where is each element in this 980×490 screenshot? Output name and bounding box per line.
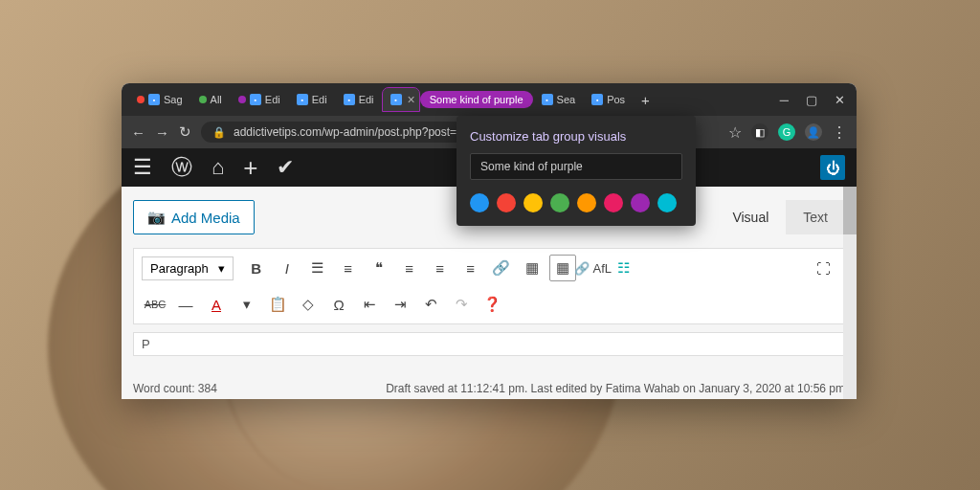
tab-active[interactable]: ▪× [383,88,419,111]
lock-icon: 🔒 [212,126,226,139]
popup-title: Customize tab group visuals [470,129,682,144]
readmore-button[interactable]: ▦ [519,255,546,281]
chevron-down-icon: ▾ [218,261,225,276]
tab[interactable]: All [191,90,230,109]
word-count: Word count: 384 [133,382,217,395]
hr-button[interactable]: — [172,291,199,318]
outdent-button[interactable]: ⇤ [356,291,383,318]
color-cyan[interactable] [657,193,677,212]
reload-button[interactable]: ↻ [179,123,191,141]
help-button[interactable]: ❓ [479,291,505,318]
url-bar[interactable]: 🔒 addictivetips.com/wp-admin/post.php?po… [201,122,479,143]
tab-label: Edi [312,94,327,105]
camera-icon: 📷 [147,209,166,226]
back-button[interactable]: ← [131,124,145,141]
new-tab-button[interactable]: + [634,88,657,112]
tab-label: All [211,94,222,105]
add-media-label: Add Media [171,210,240,226]
tab-label: Sag [164,94,183,105]
scrollbar[interactable] [843,187,857,399]
tab[interactable]: ▪Sea [534,90,584,109]
checklist-button[interactable]: ☷ [611,255,637,281]
undo-button[interactable]: ↶ [417,291,444,318]
element-path[interactable]: P [133,332,845,356]
home-icon[interactable]: ⌂ [212,155,224,180]
add-icon[interactable]: + [243,153,257,183]
menu-icon[interactable]: ☰ [133,155,152,180]
tab-group-popup: Customize tab group visuals [457,116,696,226]
color-purple[interactable] [631,193,650,212]
tab[interactable]: ▪Edi [289,90,335,109]
color-orange[interactable] [577,193,596,212]
fullscreen-button[interactable]: ⛶ [810,255,836,281]
tab-label: Edi [359,94,374,105]
special-char-button[interactable]: Ω [325,291,352,318]
format-select[interactable]: Paragraph▾ [142,256,234,280]
add-media-button[interactable]: 📷 Add Media [133,200,255,234]
color-picker [470,193,682,212]
color-blue[interactable] [470,193,489,212]
text-color-button[interactable]: A [203,291,230,318]
close-icon[interactable]: ✕ [835,93,845,107]
url-text: addictivetips.com/wp-admin/post.php?post… [234,125,457,139]
color-red[interactable] [497,193,516,212]
link-button[interactable]: 🔗 [488,255,515,281]
redo-button[interactable]: ↷ [448,291,475,318]
tab[interactable]: ▪Edi [336,90,382,109]
status-bar: Word count: 384 Draft saved at 11:12:41 … [122,378,857,399]
power-icon[interactable]: ⏻ [820,155,845,180]
yoast-icon[interactable]: ✔ [277,155,294,180]
tab-strip: ▪Sag All ▪Edi ▪Edi ▪Edi ▪× Some kind of … [129,88,780,112]
wordpress-icon[interactable]: ⓦ [171,153,192,182]
chevron-down-icon[interactable]: ▾ [234,291,260,318]
tab-visual[interactable]: Visual [715,200,786,234]
tab[interactable]: ▪Sag [129,90,190,109]
color-pink[interactable] [604,193,623,212]
align-center-button[interactable]: ≡ [427,255,454,281]
grammarly-icon[interactable]: G [778,123,795,141]
maximize-icon[interactable]: ▢ [806,93,817,107]
close-icon[interactable]: × [408,92,415,107]
quote-button[interactable]: ❝ [366,255,392,281]
bullet-list-button[interactable]: ☰ [304,255,331,281]
align-left-button[interactable]: ≡ [396,255,423,281]
minimize-icon[interactable]: ─ [780,93,789,107]
tab[interactable]: ▪Edi [231,90,288,109]
color-green[interactable] [550,193,569,212]
align-right-button[interactable]: ≡ [457,255,484,281]
number-list-button[interactable]: ≡ [335,255,362,281]
indent-button[interactable]: ⇥ [387,291,413,318]
browser-window: ▪Sag All ▪Edi ▪Edi ▪Edi ▪× Some kind of … [122,83,857,399]
strike-button[interactable]: ABC [142,291,168,318]
menu-icon[interactable]: ⋮ [832,123,847,142]
avatar[interactable]: 👤 [805,123,822,141]
tab-label: Sea [557,94,576,105]
group-name-input[interactable] [470,153,682,180]
bold-button[interactable]: B [243,255,270,281]
tab[interactable]: ▪Pos [584,90,633,109]
toolbar-toggle-button[interactable]: ▦ [549,255,576,281]
tab-text[interactable]: Text [786,200,845,234]
clear-format-button[interactable]: ◇ [295,291,322,318]
paste-button[interactable]: 📋 [264,291,291,318]
tab-label: Edi [265,94,280,105]
tab-label: Pos [607,94,625,105]
color-yellow[interactable] [523,193,543,212]
extension-icon[interactable]: ◧ [751,123,768,141]
draft-status: Draft saved at 11:12:41 pm. Last edited … [386,382,845,395]
tab-group-pill[interactable]: Some kind of purple [420,91,533,108]
titlebar: ▪Sag All ▪Edi ▪Edi ▪Edi ▪× Some kind of … [122,83,857,116]
forward-button[interactable]: → [155,124,169,141]
editor-toolbar: Paragraph▾ B I ☰ ≡ ❝ ≡ ≡ ≡ 🔗 ▦ ▦ 🔗AfL ☷ … [133,248,845,324]
afl-button[interactable]: 🔗AfL [580,255,607,281]
italic-button[interactable]: I [274,255,301,281]
star-icon[interactable]: ☆ [728,123,742,142]
